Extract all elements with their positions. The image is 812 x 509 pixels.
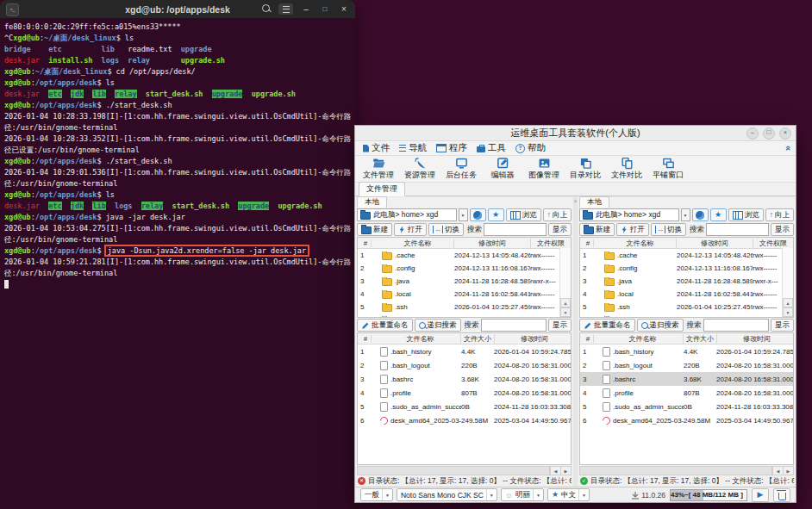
recursive-search-button[interactable]: 递归搜索 (415, 319, 461, 332)
scroll-up-icon[interactable] (783, 298, 793, 307)
toggle-button[interactable]: 切换 (651, 223, 686, 236)
horizontal-scrollbar[interactable] (357, 466, 572, 475)
app-minimize-button[interactable] (746, 127, 759, 140)
column-header[interactable]: 文件名称 (594, 239, 677, 248)
column-header[interactable]: 文件权限 (753, 239, 794, 248)
show-button[interactable]: 显示 (548, 319, 572, 332)
table-row[interactable]: 6desk_amd64_2025-03-04.deb249.58M2025-03… (358, 413, 571, 427)
search-input[interactable] (484, 223, 547, 236)
table-row[interactable]: 1.cache2024-12-13 14:05:48.426rwx------ (358, 249, 571, 262)
column-header[interactable]: 修改时间 (677, 239, 753, 248)
path-dropdown-arrow[interactable] (459, 208, 468, 221)
file-search-input[interactable] (703, 319, 770, 332)
refresh-button[interactable] (692, 208, 709, 221)
path-dropdown-arrow[interactable] (681, 208, 690, 221)
up-button[interactable]: 向上 (765, 208, 795, 221)
font-select[interactable]: Noto Sans Mono CJK SC (397, 488, 497, 501)
terminal-maximize-button[interactable] (319, 3, 331, 16)
scroll-right-icon[interactable] (783, 467, 793, 475)
terminal-search-icon[interactable] (259, 3, 272, 16)
browse-button[interactable]: 浏览 (728, 208, 764, 221)
table-row[interactable]: 5.sudo_as_admin_successful0B2024-11-28 1… (580, 400, 793, 413)
column-header[interactable]: 修改时间 (495, 334, 572, 344)
scroll-left-icon[interactable] (550, 467, 560, 475)
toolbar-file-manager[interactable]: 文件管理 (358, 157, 399, 181)
scrollbar-thumb[interactable] (580, 467, 772, 475)
menu-help[interactable]: 帮助 (512, 142, 552, 154)
table-row[interactable]: 5.sudo_as_admin_successful0B2024-11-28 1… (358, 400, 571, 413)
menu-tools[interactable]: 工具 (473, 142, 512, 154)
new-button[interactable]: 新建 (579, 223, 615, 236)
show-button[interactable]: 显示 (548, 223, 572, 236)
scroll-right-icon[interactable] (560, 467, 571, 475)
table-row[interactable]: 3.java2024-11-28 16:28:48.589rwxr-x--- (358, 275, 571, 288)
column-header[interactable]: # (358, 335, 372, 343)
path-breadcrumb[interactable]: 此电脑> home> xgd (579, 208, 679, 221)
scroll-down-icon[interactable] (560, 307, 571, 317)
toolbar-dir-compare[interactable]: 目录对比 (565, 157, 606, 181)
batch-rename-button[interactable]: 批量重命名 (357, 319, 413, 332)
menu-file[interactable]: 文件 (359, 142, 396, 154)
path-breadcrumb[interactable]: 此电脑> home> xgd (357, 208, 457, 221)
vertical-scrollbar[interactable] (559, 248, 571, 317)
toolbar-file-compare[interactable]: 文件对比 (606, 157, 647, 181)
scrollbar-thumb[interactable] (358, 467, 550, 475)
menu-programs[interactable]: 程序 (433, 142, 473, 154)
column-header[interactable]: 文件权限 (531, 239, 572, 248)
menu-navigate[interactable]: 导航 (396, 142, 433, 154)
table-row[interactable]: 2.bash_logout220B2024-08-20 16:58:31.000… (358, 358, 571, 372)
language-select[interactable]: 中文 (547, 488, 590, 501)
memory-usage-bar[interactable]: 43%~[ 48 MB/112 MB ] (670, 489, 747, 501)
table-row[interactable]: 1.bash_history4.4K2026-01-04 10:59:24.78… (358, 345, 571, 358)
column-header[interactable]: 文件名称 (594, 334, 684, 344)
column-header[interactable]: # (580, 335, 594, 343)
terminal-minimize-button[interactable] (300, 3, 312, 16)
app-titlebar[interactable]: 运维桌面工具套装软件(个人版) (355, 126, 796, 141)
table-row[interactable]: 4.profile807B2024-08-20 16:58:31.000rw-r… (580, 386, 793, 400)
show-button[interactable]: 显示 (771, 319, 794, 332)
favorites-button[interactable] (488, 208, 504, 221)
column-header[interactable]: 文件名称 (372, 334, 461, 344)
table-row[interactable]: 4.local2024-11-28 16:02:58.441rwx------ (358, 288, 571, 301)
profile-select[interactable]: 一般 (360, 488, 393, 501)
vertical-scrollbar[interactable] (782, 248, 793, 317)
refresh-button[interactable] (470, 208, 486, 221)
tab-local-right[interactable]: 本地 (579, 196, 609, 208)
app-close-button[interactable] (779, 127, 791, 140)
table-row[interactable]: 2.config2024-12-13 11:16:08.167rwx------ (580, 262, 793, 275)
table-row[interactable]: 6desk_amd64_2025-03-04.deb249.58M2025-03… (580, 413, 793, 427)
theme-select[interactable]: 明丽 (501, 488, 544, 501)
new-button[interactable]: 新建 (357, 223, 392, 236)
table-row[interactable]: 5.ssh2026-01-04 10:25:27.459rwx------ (580, 301, 793, 313)
column-header[interactable]: # (580, 239, 594, 247)
tab-local-left[interactable]: 本地 (357, 196, 387, 208)
toolbar-editor[interactable]: 编辑器 (482, 157, 523, 181)
app-maximize-button[interactable] (763, 127, 775, 140)
table-row[interactable]: 4.profile807B2024-08-20 16:58:31.000rw-r… (358, 386, 571, 400)
column-header[interactable]: 文件大小 (461, 334, 495, 344)
open-button[interactable]: 打开 (394, 223, 427, 236)
table-row[interactable]: 3.bashrc3.68K2024-08-20 16:58:31.000rw-r… (580, 372, 793, 386)
browse-button[interactable]: 浏览 (506, 208, 541, 221)
open-button[interactable]: 打开 (616, 223, 649, 236)
collapse-toolbar-icon[interactable] (784, 146, 794, 151)
terminal-menu-button[interactable] (278, 3, 293, 15)
column-header[interactable]: 文件大小 (684, 334, 717, 344)
up-button[interactable]: 向上 (543, 208, 572, 221)
column-header[interactable]: # (358, 239, 372, 247)
recursive-search-button[interactable]: 递归搜索 (637, 319, 684, 332)
table-row[interactable]: 1.cache2024-12-13 14:05:48.426rwx------ (580, 249, 793, 262)
batch-rename-button[interactable]: 批量重命名 (579, 319, 635, 332)
terminal-close-button[interactable] (338, 3, 350, 16)
table-row[interactable]: 2.bash_logout220B2024-08-20 16:58:31.000… (580, 358, 793, 372)
table-row[interactable]: 5.ssh2026-01-04 10:25:27.459rwx------ (358, 301, 571, 313)
terminal-titlebar[interactable]: xgd@ub: /opt/apps/desk (0, 0, 355, 18)
trash-button[interactable] (773, 488, 790, 502)
table-row[interactable]: 4.local2024-11-28 16:02:58.441rwx------ (580, 288, 793, 301)
favorites-button[interactable] (710, 208, 727, 221)
column-header[interactable]: 修改时间 (717, 334, 794, 344)
scroll-down-icon[interactable] (783, 307, 793, 317)
horizontal-scrollbar[interactable] (579, 466, 794, 475)
run-gc-button[interactable] (752, 488, 769, 502)
table-row[interactable]: 3.bashrc3.68K2024-08-20 16:58:31.000rw-r… (358, 372, 571, 386)
